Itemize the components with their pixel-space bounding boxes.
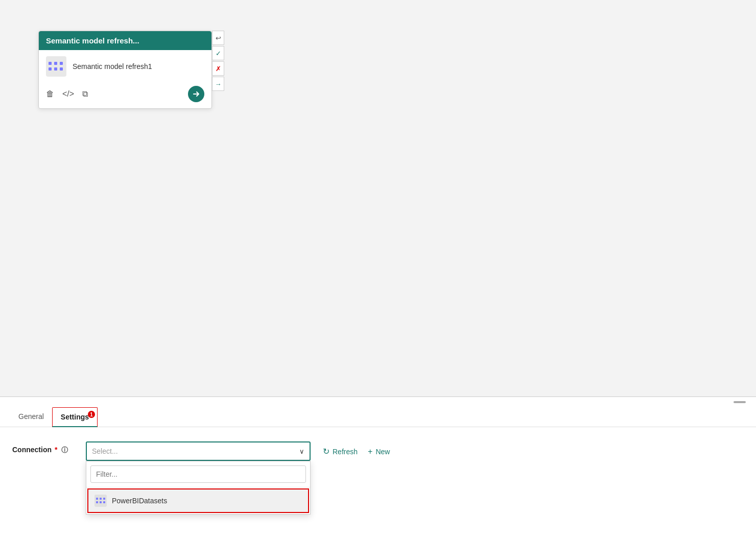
connector-replay-btn[interactable]: ↩ [212, 31, 224, 45]
chevron-down-icon: ∨ [299, 448, 304, 455]
connector-arrow-btn[interactable]: → [212, 77, 224, 91]
select-placeholder: Select... [92, 447, 118, 455]
dot [60, 67, 63, 71]
item-icon [94, 495, 107, 507]
tab-settings[interactable]: Settings 1 [52, 407, 98, 427]
collapse-handle[interactable] [734, 401, 746, 403]
activity-icon [46, 56, 66, 77]
dropdown-panel: PowerBIDatasets [86, 461, 311, 515]
activity-card-body: Semantic model refresh1 [39, 50, 211, 83]
activity-card: Semantic model refresh... Semantic model… [38, 31, 212, 109]
item-dots-icon [96, 498, 106, 504]
action-buttons: ↻ Refresh + New [319, 441, 394, 458]
activity-name: Semantic model refresh1 [73, 62, 152, 71]
connection-select-container: Select... ∨ [86, 441, 311, 461]
plus-icon: + [368, 447, 372, 456]
copy-icon[interactable]: ⧉ [82, 89, 88, 99]
info-icon[interactable]: ⓘ [61, 446, 68, 454]
dropdown-item-powerbidatasets[interactable]: PowerBIDatasets [87, 488, 309, 513]
panel-content: Connection * ⓘ Select... ∨ [0, 427, 756, 475]
tab-general[interactable]: General [10, 407, 52, 427]
settings-badge: 1 [88, 411, 95, 418]
new-button[interactable]: + New [364, 445, 394, 458]
dropdown-filter [86, 461, 310, 487]
item-label-powerbidatasets: PowerBIDatasets [112, 497, 167, 505]
dot [49, 62, 52, 65]
connection-field-row: Connection * ⓘ Select... ∨ [12, 441, 744, 461]
field-controls: Select... ∨ [86, 441, 394, 461]
go-button[interactable] [188, 86, 204, 102]
refresh-button[interactable]: ↻ Refresh [319, 445, 362, 458]
delete-icon[interactable]: 🗑 [46, 89, 54, 99]
bottom-panel: General Settings 1 Connection * ⓘ Select… [0, 396, 756, 560]
dot [60, 62, 63, 65]
required-star: * [53, 446, 57, 454]
connector-check-btn[interactable]: ✓ [212, 46, 224, 60]
connection-select[interactable]: Select... ∨ [86, 441, 311, 461]
refresh-icon: ↻ [323, 447, 329, 456]
activity-card-header: Semantic model refresh... [39, 31, 211, 50]
activity-card-title: Semantic model refresh... [46, 36, 139, 45]
connection-label: Connection * ⓘ [12, 441, 74, 455]
dot [54, 67, 57, 71]
connector-cross-btn[interactable]: ✗ [212, 61, 224, 76]
tabs-container: General Settings 1 [0, 407, 756, 427]
code-icon[interactable]: </> [62, 89, 74, 99]
canvas-area: Semantic model refresh... Semantic model… [0, 0, 756, 396]
dot [54, 62, 57, 65]
connector-buttons: ↩ ✓ ✗ → [212, 31, 224, 91]
dots-grid-icon [49, 62, 64, 72]
activity-card-footer: 🗑 </> ⧉ [39, 83, 211, 108]
dot [49, 67, 52, 71]
filter-input[interactable] [90, 465, 306, 483]
